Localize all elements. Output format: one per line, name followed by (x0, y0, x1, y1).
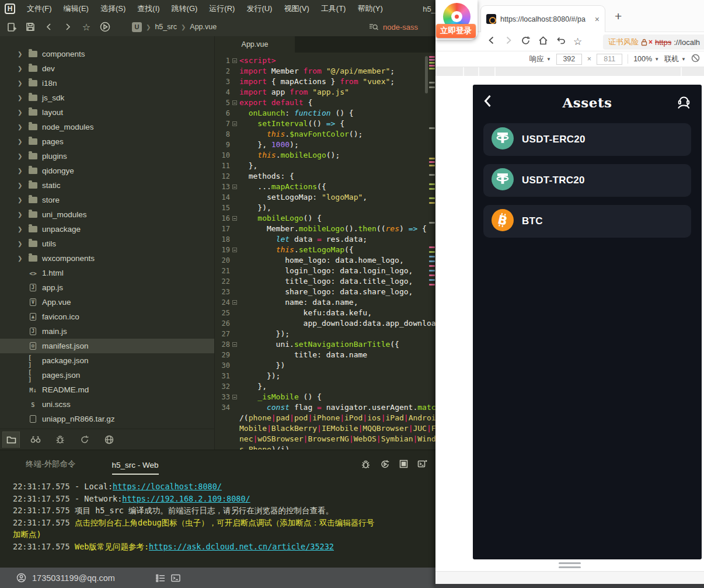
terminal-tab-h5src-web[interactable]: h5_src - Web (112, 461, 159, 475)
editor-minimap[interactable] (428, 54, 435, 450)
browser-back-icon[interactable] (487, 36, 496, 47)
code-line-3[interactable]: 3import { mapActions } from "vuex"; (215, 76, 435, 87)
nav-back-icon[interactable] (41, 20, 57, 34)
code-line-10[interactable]: 10 this.mobileLogo(); (215, 150, 435, 161)
status-terminal-icon[interactable] (171, 574, 180, 582)
code-line-27[interactable]: 27 }); (215, 329, 435, 339)
tree-folder-node_modules[interactable]: ❯node_modules (0, 120, 214, 134)
tree-file-manifest.json[interactable]: ⚙manifest.json (0, 339, 214, 353)
tree-file-uni.scss[interactable]: Suni.scss (0, 397, 214, 412)
tree-file-README.md[interactable]: M↓README.md (0, 382, 214, 397)
code-line-20[interactable]: 20 home_logo: data.home_logo, (215, 255, 435, 266)
code-line-7[interactable]: 7 setInterval(() => { (215, 119, 435, 129)
asset-card-BTC[interactable]: BBTC (483, 205, 691, 238)
refresh-tab-icon[interactable] (76, 432, 93, 448)
tree-file-pages.json[interactable]: [ ]pages.json (0, 368, 214, 382)
code-line-1[interactable]: 1<script> (215, 55, 435, 66)
code-line-30[interactable]: 30 }) (215, 360, 435, 371)
terminal-tab-external[interactable]: 终端-外部命令 (26, 459, 76, 475)
tree-folder-pages[interactable]: ❯pages (0, 134, 214, 149)
terminal-debug-bug-icon[interactable] (361, 460, 371, 471)
editor-tab-appvue[interactable]: App.vue (215, 36, 295, 53)
tree-folder-components[interactable]: ❯components (0, 47, 214, 61)
breadcrumb-file[interactable]: App.vue (190, 23, 217, 31)
code-line-34[interactable]: 34 const flag = navigator.userAgent.matc… (215, 402, 435, 413)
tree-folder-layout[interactable]: ❯layout (0, 105, 214, 120)
menu-item-7[interactable]: 视图(V) (278, 0, 315, 18)
save-icon[interactable] (22, 20, 39, 34)
code-line-6[interactable]: 6 onLaunch: function () { (215, 108, 435, 119)
task-list-icon[interactable] (156, 574, 165, 582)
tree-folder-i18n[interactable]: ❯i18n (0, 76, 214, 91)
code-line-4[interactable]: 4import app from "app.js" (215, 87, 435, 98)
terminal-link[interactable]: https://ask.dcloud.net.cn/article/35232 (149, 541, 334, 553)
code-line-17[interactable]: 17 Member.mobileLogo().then((res) => { (215, 224, 435, 234)
account-email[interactable]: 1735031199@qq.com (32, 573, 115, 583)
tree-file-App.vue[interactable]: VApp.vue (0, 295, 214, 309)
code-line-13[interactable]: 13 ...mapActions({ (215, 182, 435, 192)
browser-bookmark-star-icon[interactable]: ☆ (573, 37, 582, 47)
tree-folder-js_sdk[interactable]: ❯js_sdk (0, 91, 214, 105)
network-throttle-select[interactable]: 联机▼ (664, 54, 686, 64)
tree-folder-unpackage[interactable]: ❯unpackage (0, 222, 214, 236)
code-line-19[interactable]: 19 this.setLogoMap({ (215, 245, 435, 255)
tree-file-favicon.ico[interactable]: ▲favicon.ico (0, 309, 214, 324)
tree-folder-qidongye[interactable]: ❯qidongye (0, 163, 214, 178)
tree-folder-wxcomponents[interactable]: ❯wxcomponents (0, 251, 214, 266)
browser-home-icon[interactable] (538, 36, 548, 48)
viewport-height-input[interactable]: 811 (597, 54, 622, 65)
tree-folder-plugins[interactable]: ❯plugins (0, 149, 214, 163)
menu-item-3[interactable]: 查找(I) (131, 0, 165, 18)
code-line-5[interactable]: 5export default { (215, 98, 435, 108)
browser-tab[interactable]: https://localhost:8080/#/pa × (480, 5, 605, 32)
app-back-icon[interactable] (484, 95, 492, 110)
debug-tab-bug-icon[interactable] (51, 432, 69, 448)
login-now-button[interactable]: 立即登录 (436, 24, 476, 38)
search-tab-binoculars-icon[interactable] (27, 432, 44, 448)
code-line-2[interactable]: 2import Member from "@/api/member"; (215, 66, 435, 76)
tree-folder-utils[interactable]: ❯utils (0, 236, 214, 251)
code-line-28[interactable]: 28 uni.setNavigationBarTitle({ (215, 339, 435, 350)
device-mode-select[interactable]: 响应▼ (529, 54, 551, 64)
terminal-link[interactable]: https://localhost:8080/ (113, 481, 222, 493)
tree-file-main.js[interactable]: Jmain.js (0, 324, 214, 339)
code-line-21[interactable]: 21 login_logo: data.login_logo, (215, 266, 435, 276)
editor-scrollbar[interactable] (425, 56, 428, 93)
customer-service-headset-icon[interactable] (675, 93, 692, 112)
menu-item-0[interactable]: 文件(F) (21, 0, 58, 18)
menu-item-8[interactable]: 工具(T) (315, 0, 352, 18)
terminal-link[interactable]: https://192.168.2.109:8080/ (122, 493, 250, 505)
run-icon[interactable] (97, 20, 113, 34)
code-line-32[interactable]: 32 }, (215, 381, 435, 392)
tree-file-uniapp_nR866.tar.gz[interactable]: uniapp_nR866.tar.gz (0, 412, 214, 426)
terminal-output[interactable]: 22:31:17.575 - Local: https://localhost:… (0, 475, 435, 552)
viewport-resize-handle[interactable] (559, 562, 581, 570)
code-line-24[interactable]: 24 name: data.name, (215, 297, 435, 308)
favorite-star-icon[interactable]: ☆ (78, 20, 95, 34)
no-throttling-icon[interactable] (691, 54, 700, 64)
code-line-9[interactable]: 9 }, 1000); (215, 140, 435, 150)
code-line-12[interactable]: 12 methods: { (215, 171, 435, 182)
nav-forward-icon[interactable] (60, 20, 76, 34)
terminal-new-icon[interactable] (417, 460, 427, 471)
code-line-wrap[interactable]: /(phone|pad|pod|iPhone|iPod|ios|iPad|And… (215, 413, 435, 423)
new-tab-button[interactable]: + (615, 9, 622, 23)
menu-item-2[interactable]: 选择(S) (95, 0, 131, 18)
code-line-25[interactable]: 25 kefu:data.kefu, (215, 308, 435, 318)
code-line-15[interactable]: 15 }), (215, 203, 435, 213)
menu-item-4[interactable]: 跳转(G) (166, 0, 204, 18)
tree-folder-static[interactable]: ❯static (0, 178, 214, 193)
tree-folder-dev[interactable]: ❯dev (0, 61, 214, 76)
code-line-26[interactable]: 26 app_download:data.app_download, (215, 318, 435, 329)
code-line-33[interactable]: 33 _isMobile () { (215, 392, 435, 402)
code-line-22[interactable]: 22 title_logo: data.title_logo, (215, 276, 435, 287)
code-line-wrap[interactable]: Mobile|BlackBerry|IEMobile|MQQBrowser|JU… (215, 423, 435, 434)
asset-card-USDT-TRC20[interactable]: USDT-TRC20 (483, 164, 691, 197)
viewport-width-input[interactable]: 392 (556, 54, 582, 65)
code-area[interactable]: 1<script>2import Member from "@/api/memb… (215, 53, 435, 450)
browser-undo-icon[interactable] (556, 36, 566, 48)
asset-card-USDT-ERC20[interactable]: USDT-ERC20 (483, 123, 691, 156)
code-line-14[interactable]: 14 setLogoMap: "logoMap", (215, 192, 435, 203)
menu-item-6[interactable]: 发行(U) (241, 0, 278, 18)
new-file-icon[interactable] (4, 20, 20, 34)
